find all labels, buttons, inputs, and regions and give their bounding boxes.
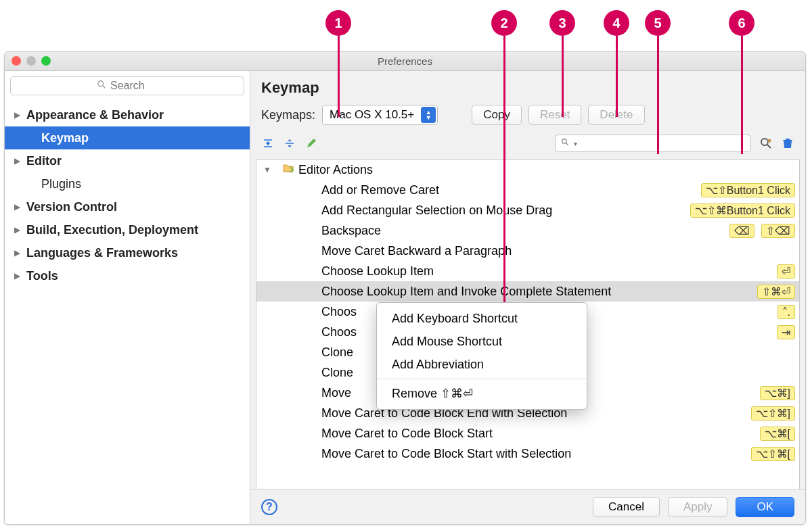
preferences-tree: ▶Appearance & Behavior Keymap ▶Editor Pl… <box>5 101 250 287</box>
action-label: Backspace <box>321 224 729 238</box>
shortcut-badge: ⌥⇧⌘[ <box>751 447 795 461</box>
chevron-right-icon: ▶ <box>14 110 21 120</box>
sidebar-item-appearance[interactable]: ▶Appearance & Behavior <box>5 103 250 126</box>
action-row[interactable]: Move Caret to Code Block Start with Sele… <box>256 443 799 464</box>
ok-button[interactable]: OK <box>736 497 794 517</box>
chevron-right-icon: ▶ <box>14 271 21 281</box>
svg-point-2 <box>562 139 567 144</box>
svg-line-3 <box>566 143 568 145</box>
action-row[interactable]: Choose Lookup Item and Invoke Complete S… <box>256 281 799 302</box>
shortcut-badge: ⌥⌘] <box>760 386 795 400</box>
leader-2 <box>503 36 505 310</box>
sidebar-item-label: Tools <box>26 269 58 283</box>
shortcut-badge: ⌥⌘[ <box>760 427 795 441</box>
menu-add-mouse-shortcut[interactable]: Add Mouse Shortcut <box>377 330 587 353</box>
shortcut-badge: ⇧⌘⏎ <box>757 285 795 299</box>
sidebar-item-label: Appearance & Behavior <box>26 108 164 122</box>
shortcut-context-menu: Add Keyboard Shortcut Add Mouse Shortcut… <box>376 302 587 410</box>
window-title: Preferences <box>5 52 805 71</box>
action-row[interactable]: Move Caret Backward a Paragraph <box>256 241 799 261</box>
leader-3 <box>562 36 564 117</box>
shortcut-badge: ⌥⇧⌘Button1 Click <box>690 203 795 218</box>
menu-add-abbreviation[interactable]: Add Abbreviation <box>377 353 587 376</box>
find-by-shortcut-icon[interactable] <box>759 137 773 150</box>
sidebar-item-languages[interactable]: ▶Languages & Frameworks <box>5 241 250 264</box>
sidebar-item-plugins[interactable]: Plugins <box>5 172 250 195</box>
shortcut-badge: ⇥ <box>777 325 795 339</box>
callout-5: 5 <box>645 10 671 36</box>
callout-2: 2 <box>491 10 517 36</box>
sidebar-item-label: Build, Execution, Deployment <box>26 223 198 237</box>
zoom-window-button[interactable] <box>41 56 51 66</box>
search-icon <box>97 80 106 92</box>
dialog-button-bar: ? Cancel Apply OK <box>250 489 805 524</box>
action-group-label: Editor Actions <box>298 163 799 177</box>
preferences-window: Preferences ▶Appearance & Behavior Keyma… <box>4 51 806 525</box>
leader-5 <box>657 36 659 154</box>
action-row[interactable]: Backspace⌫⇧⌫ <box>256 220 799 241</box>
sidebar-item-editor[interactable]: ▶Editor <box>5 149 250 172</box>
minimize-window-button[interactable] <box>26 56 36 66</box>
menu-separator <box>377 379 587 379</box>
svg-point-4 <box>761 139 768 145</box>
callout-3: 3 <box>549 10 575 36</box>
chevron-right-icon: ▶ <box>14 248 21 258</box>
copy-button[interactable]: Copy <box>472 105 522 125</box>
svg-point-0 <box>98 81 104 87</box>
stepper-arrows-icon: ▲▼ <box>421 107 436 123</box>
action-row[interactable]: Move Caret to Code Block Start⌥⌘[ <box>256 423 799 443</box>
sidebar-item-label: Languages & Frameworks <box>26 246 178 260</box>
keymaps-label: Keymaps: <box>261 108 315 122</box>
action-label: Choose Lookup Item and Invoke Complete S… <box>321 285 757 299</box>
shortcut-badge: ⇧⌫ <box>761 224 795 238</box>
action-search-input[interactable] <box>581 138 745 149</box>
sidebar-item-keymap[interactable]: Keymap <box>5 126 250 149</box>
apply-button[interactable]: Apply <box>668 497 728 517</box>
menu-remove-shortcut[interactable]: Remove ⇧⌘⏎ <box>377 382 587 405</box>
close-window-button[interactable] <box>12 56 21 66</box>
sidebar-item-label: Keymap <box>41 131 89 145</box>
reset-button[interactable]: Reset <box>528 105 581 125</box>
collapse-all-icon[interactable] <box>283 137 296 150</box>
sidebar-search-input[interactable] <box>110 80 158 92</box>
sidebar-item-build[interactable]: ▶Build, Execution, Deployment <box>5 218 250 241</box>
action-label: Add Rectangular Selection on Mouse Drag <box>321 203 690 218</box>
expand-all-icon[interactable] <box>261 137 275 150</box>
callout-6: 6 <box>729 10 754 36</box>
sidebar-item-label: Editor <box>26 154 62 168</box>
action-search[interactable]: ▾ <box>555 135 751 152</box>
action-label: Add or Remove Caret <box>321 183 701 197</box>
edit-shortcut-icon[interactable] <box>304 137 318 150</box>
chevron-right-icon: ▶ <box>14 225 21 235</box>
callout-4: 4 <box>604 10 629 36</box>
callout-1: 1 <box>325 10 351 36</box>
sidebar-item-label: Version Control <box>26 200 117 214</box>
keymap-panel: Keymap Keymaps: Mac OS X 10.5+ ▲▼ Copy R… <box>250 71 805 524</box>
help-button[interactable]: ? <box>261 499 277 515</box>
action-row[interactable]: Add or Remove Caret⌥⇧Button1 Click <box>256 180 799 200</box>
chevron-right-icon: ▶ <box>14 202 21 212</box>
chevron-right-icon: ▶ <box>14 156 21 166</box>
action-label: Choose Lookup Item <box>321 264 777 279</box>
action-label: Move Caret to Code Block Start with Sele… <box>321 447 751 461</box>
action-row[interactable]: Add Rectangular Selection on Mouse Drag⌥… <box>256 200 799 220</box>
folder-icon <box>282 162 294 178</box>
action-row[interactable]: Choose Lookup Item⏎ <box>256 261 799 281</box>
action-label: Move Caret Backward a Paragraph <box>321 244 799 258</box>
cancel-button[interactable]: Cancel <box>593 497 660 517</box>
menu-add-keyboard-shortcut[interactable]: Add Keyboard Shortcut <box>377 307 587 330</box>
search-icon <box>561 137 570 149</box>
sidebar-item-tools[interactable]: ▶Tools <box>5 264 250 287</box>
svg-point-6 <box>768 139 771 143</box>
titlebar: Preferences <box>5 52 805 71</box>
clear-search-icon[interactable] <box>781 137 794 150</box>
preferences-sidebar: ▶Appearance & Behavior Keymap ▶Editor Pl… <box>5 71 250 524</box>
chevron-down-icon: ▼ <box>263 165 271 174</box>
leader-1 <box>338 36 340 117</box>
sidebar-item-version-control[interactable]: ▶Version Control <box>5 195 250 218</box>
sidebar-search[interactable] <box>10 76 244 95</box>
shortcut-badge: ˄. <box>777 305 795 319</box>
svg-line-1 <box>103 86 106 89</box>
action-group[interactable]: ▼ Editor Actions <box>256 160 799 180</box>
shortcut-badge: ⏎ <box>777 264 795 279</box>
